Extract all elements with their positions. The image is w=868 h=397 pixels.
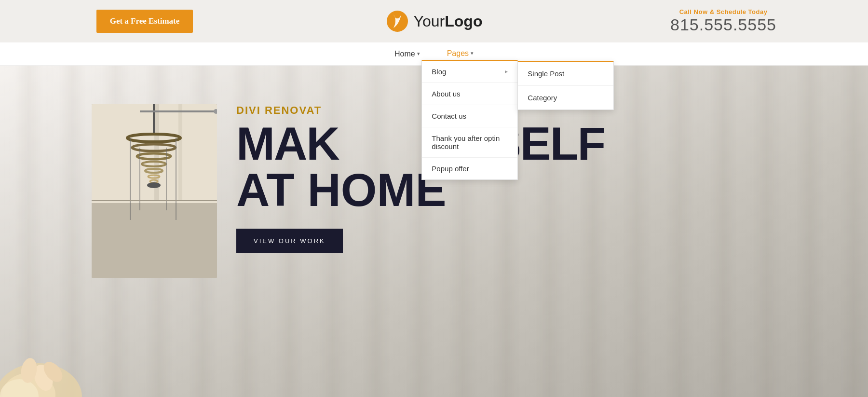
logo-text: YourLogo [414, 13, 483, 30]
flower-icon [0, 320, 106, 397]
dropdown-item-blog[interactable]: Blog ▸ Single Post Category [422, 61, 517, 83]
logo-icon [386, 10, 409, 33]
flower-decoration [0, 320, 106, 397]
blog-submenu: Single Post Category [517, 61, 614, 110]
hero-title: MAK RSELF [236, 121, 605, 167]
svg-rect-6 [153, 104, 155, 133]
hero-image [92, 104, 217, 278]
nav-home[interactable]: Home ▾ [391, 48, 424, 60]
pages-dropdown: Blog ▸ Single Post Category About us Con… [421, 60, 518, 180]
dropdown-item-contact[interactable]: Contact us [422, 105, 517, 127]
blog-label: Blog [432, 68, 446, 76]
svg-point-14 [147, 182, 161, 188]
blog-arrow-icon: ▸ [505, 68, 508, 75]
svg-rect-5 [178, 104, 182, 201]
estimate-button[interactable]: Get a Free Estimate [96, 10, 193, 33]
category-label: Category [528, 94, 557, 102]
logo-area[interactable]: YourLogo [386, 10, 483, 33]
header-left: Get a Free Estimate [0, 0, 289, 42]
view-work-button[interactable]: VIEW OUR WORK [236, 229, 343, 253]
nav-home-label: Home [394, 50, 415, 58]
popup-label: Popup offer [432, 164, 469, 173]
hero-content: DIVI RENOVAT MAK RSELF AT HOME VIEW OUR … [236, 104, 605, 253]
about-label: About us [432, 90, 460, 98]
single-post-label: Single Post [528, 69, 564, 78]
nav-pages[interactable]: Pages ▾ Blog ▸ Single Post Category Ab [443, 47, 477, 61]
chandelier-illustration [92, 104, 217, 278]
dropdown-item-about[interactable]: About us [422, 83, 517, 105]
phone-number[interactable]: 815.555.5555 [670, 15, 776, 34]
dropdown-item-popup[interactable]: Popup offer [422, 158, 517, 179]
thankyou-label: Thank you after optin discount [432, 134, 508, 151]
phone-label: Call Now & Schedule Today [679, 8, 768, 15]
dropdown-item-thankyou[interactable]: Thank you after optin discount [422, 127, 517, 158]
svg-rect-2 [92, 201, 217, 278]
nav-pages-label: Pages [447, 49, 469, 58]
nav-bar: Home ▾ Pages ▾ Blog ▸ Single Post Catego… [0, 42, 868, 66]
hero-title-line2: AT HOME [236, 167, 605, 213]
submenu-single-post[interactable]: Single Post [518, 62, 613, 86]
contact-label: Contact us [432, 112, 466, 120]
submenu-category[interactable]: Category [518, 86, 613, 110]
header: Get a Free Estimate YourLogo Call Now & … [0, 0, 868, 42]
header-center: YourLogo [289, 0, 579, 42]
pages-chevron-icon: ▾ [471, 50, 474, 56]
header-right: Call Now & Schedule Today 815.555.5555 [579, 0, 868, 42]
home-chevron-icon: ▾ [417, 51, 420, 57]
